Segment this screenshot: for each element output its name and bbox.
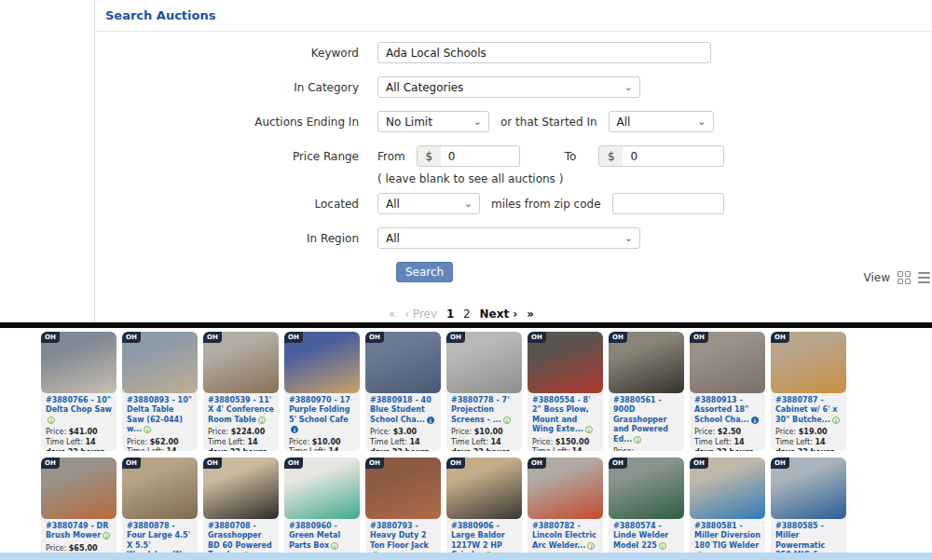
page-title: Search Auctions [105,8,215,22]
price-from-group: $ [417,145,520,167]
pagination-next[interactable]: Next › [480,307,518,321]
auction-card[interactable]: OH #3880960 - Green Metal Parts Boxi Pri… [284,458,360,560]
info-icon[interactable]: i [503,417,511,424]
price-label: Price: [289,438,309,446]
item-time-left: Time Left: 14 days 22 hours [451,438,517,451]
auction-card[interactable]: OH #3880585 - Miller Powermatic 250 MIG … [771,458,846,560]
region-select[interactable]: All ⌄ [377,227,640,249]
auction-card[interactable]: OH #3880581 - Miller Diversion 180 TIG W… [690,458,765,560]
info-icon[interactable]: i [144,426,151,433]
info-icon[interactable]: i [751,417,759,424]
price-label: Price: [694,428,715,436]
price-from-input[interactable] [441,146,519,166]
currency-prefix: $ [599,146,623,166]
item-photo[interactable]: OH [609,332,684,393]
item-photo[interactable]: OH [365,332,441,393]
item-price: Price: $12,000.00 [613,447,679,451]
view-label: View [864,271,890,284]
item-title-link[interactable]: #3880561 - 900D Grasshopper and Powered … [613,396,679,444]
item-title-link[interactable]: #3880766 - 10" Delta Chop Sawi [46,396,112,425]
info-icon[interactable]: i [634,436,641,444]
keyword-input[interactable] [377,42,711,63]
info-icon[interactable]: i [331,542,338,550]
info-icon[interactable]: i [832,417,840,424]
item-title-link[interactable]: #3880918 - 40 Blue Student School Cha...… [370,396,436,425]
price-to-input[interactable] [623,146,723,166]
item-title-link[interactable]: #3880970 - 17 Purple Folding 5' School C… [289,396,355,435]
info-icon[interactable]: i [103,532,110,540]
item-time-left: Time Left: 14 days 22 hours [127,447,193,451]
item-photo[interactable]: OH [41,458,116,519]
info-icon[interactable]: i [659,542,666,550]
item-title-link[interactable]: #3880554 - 8' 2" Boss Plow, Mount and Wi… [532,396,598,435]
item-title-link[interactable]: #3880782 - Lincoln Electric Arc Welder..… [532,522,598,551]
bottom-scroll-band[interactable] [0,553,932,560]
auction-card[interactable]: OH #3880918 - 40 Blue Student School Cha… [365,332,441,451]
item-photo[interactable]: OH [41,332,116,393]
auction-card[interactable]: OH #3880561 - 900D Grasshopper and Power… [609,332,684,451]
item-title-link[interactable]: #3880960 - Green Metal Parts Boxi [289,522,355,551]
item-title-link[interactable]: #3880574 - Linde Welder Model 225i [613,522,679,551]
chevron-down-icon: ⌄ [697,116,706,128]
item-photo[interactable]: OH [690,458,765,519]
ending-select[interactable]: No Limit ⌄ [377,111,489,132]
auction-card[interactable]: OH #3880766 - 10" Delta Chop Sawi Price:… [41,332,116,451]
auction-card[interactable]: OH #3880574 - Linde Welder Model 225i Pr… [609,458,684,560]
info-icon[interactable]: i [291,426,298,433]
auction-card[interactable]: OH #3880539 - 11' X 4' Conference Room T… [203,332,279,451]
item-photo[interactable]: OH [528,458,603,519]
item-photo[interactable]: OH [365,458,441,519]
item-title-link[interactable]: #3880893 - 10" Delta Table Saw (62-044) … [127,396,193,435]
pagination-last[interactable]: » [527,307,534,321]
price-range-label: Price Range [0,150,377,163]
item-title-link[interactable]: #3880787 - Cabinet w/ 6' x 30" Butche...… [775,396,842,425]
item-title-link[interactable]: #3880539 - 11' X 4' Conference Room Tabl… [208,396,274,425]
auction-card[interactable]: OH #3880749 - DR Brush Moweri Price: $65… [41,458,116,560]
auction-card[interactable]: OH #3880906 - Large Baldor 1217W 2 HP Gr… [446,458,522,560]
auction-card[interactable]: OH #3880708 - Grasshopper BD 60 Powered … [203,458,279,560]
item-photo[interactable]: OH [609,458,684,519]
auction-card[interactable]: OH #3880782 - Lincoln Electric Arc Welde… [528,458,603,560]
auction-card[interactable]: OH #3880893 - 10" Delta Table Saw (62-04… [122,332,198,451]
item-photo[interactable]: OH [690,332,765,393]
item-photo[interactable]: OH [771,332,846,393]
auction-card[interactable]: OH #3880913 - Assorted 18" School Cha...… [690,332,765,451]
info-icon[interactable]: i [258,417,266,424]
auction-card[interactable]: OH #3880554 - 8' 2" Boss Plow, Mount and… [528,332,603,451]
auction-card[interactable]: OH #3880787 - Cabinet w/ 6' x 30" Butche… [771,332,846,451]
auction-card[interactable]: OH #3880970 - 17 Purple Folding 5' Schoo… [284,332,360,451]
item-title-link[interactable]: #3880749 - DR Brush Moweri [46,522,112,541]
zip-code-input[interactable] [612,193,724,214]
item-photo[interactable]: OH [284,458,360,519]
price-from-label: From [377,150,405,163]
pagination-page-2[interactable]: 2 [463,307,471,321]
located-select[interactable]: All ⌄ [377,193,480,214]
item-photo[interactable]: OH [203,458,279,519]
item-photo[interactable]: OH [771,458,846,519]
item-title-link[interactable]: #3880778 - 7' Projection Screens - ...i [451,396,517,425]
item-title-link[interactable]: #3880913 - Assorted 18" School Cha...i [694,396,761,425]
info-icon[interactable]: i [48,417,55,424]
info-icon[interactable]: i [587,542,595,550]
search-button[interactable]: Search [396,262,453,282]
auction-card[interactable]: OH #3880878 - Four Large 4.5' X 5.5' Woo… [122,458,198,560]
grid-view-icon[interactable] [898,271,911,284]
time-label: Time Left: [46,438,83,446]
list-view-icon[interactable] [918,272,930,283]
item-photo[interactable]: OH [122,458,198,519]
item-photo[interactable]: OH [122,332,198,393]
started-select[interactable]: All ⌄ [609,111,714,132]
ending-select-value: No Limit [386,116,432,129]
item-photo[interactable]: OH [446,458,522,519]
item-photo[interactable]: OH [446,332,522,393]
auction-card[interactable]: OH #3880778 - 7' Projection Screens - ..… [446,332,522,451]
info-icon[interactable]: i [427,417,434,424]
item-photo[interactable]: OH [203,332,279,393]
item-photo[interactable]: OH [528,332,603,393]
auction-card[interactable]: OH #3880793 - Heavy Duty 2 Ton Floor Jac… [365,458,441,560]
item-photo[interactable]: OH [284,332,360,393]
category-select[interactable]: All Categories ⌄ [377,76,640,98]
pagination-page-1[interactable]: 1 [446,307,454,321]
info-icon[interactable]: i [585,426,593,433]
item-price: Price: $150.00 [532,438,598,448]
